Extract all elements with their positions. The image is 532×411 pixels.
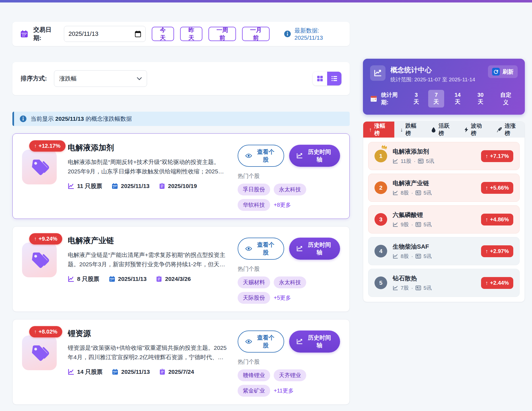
hot-stocks-tags: 赣锋锂业 天齐锂业 紫金矿业 +11更多 — [238, 369, 340, 397]
grid-icon — [317, 75, 323, 82]
period-30d-button[interactable]: 30天 — [471, 90, 490, 108]
list-view-button[interactable] — [327, 72, 341, 85]
concept-description: 电解液产业链是“产能出清尾声+需求复苏初期”的拐点型投资主题。2025年3月，新… — [68, 250, 227, 269]
concept-tile-wrap: ↑+8.02% — [22, 327, 57, 397]
ranking-tabs: ↑ 涨幅榜 ↓ 跌幅榜 活跃榜 波动榜 连涨榜 — [363, 122, 525, 138]
rank-change-badge: ↑+2.44% — [481, 277, 513, 289]
rank-item-5[interactable]: 5 钻石散热 7股 · 5讯 ↑+2.44% — [368, 269, 520, 297]
period-row: 统计周期: 3天 7天 14天 30天 自定义 — [370, 89, 518, 108]
arrow-up-icon: ↑ — [34, 236, 37, 242]
change-badge: ↑+9.24% — [29, 233, 62, 245]
stock-tag[interactable]: 孚日股份 — [238, 184, 270, 195]
concept-actions: 查看个股 历史时间轴 热门个股 孚日股份 永太科技 华软科技 +8更多 — [238, 141, 340, 211]
hot-stocks-label: 热门个股 — [238, 265, 340, 273]
arrow-up-icon: ↑ — [485, 153, 488, 159]
concept-actions: 查看个股 历史时间轴 热门个股 赣锋锂业 天齐锂业 紫金矿业 +11更多 — [238, 327, 340, 397]
arrow-up-icon: ↑ — [485, 216, 488, 223]
ranking-list: 1 电解液添加剂 11股 · 5讯 ↑+7.17% — [363, 138, 525, 302]
refresh-button[interactable]: 刷新 — [488, 65, 518, 78]
stock-tag[interactable]: 华软科技 — [238, 199, 270, 211]
stats-chart-icon — [370, 65, 386, 81]
current-display-banner: 当前显示 2025/11/13 的概念涨跌幅数据 — [12, 112, 350, 126]
concept-card[interactable]: ↑+12.17% 电解液添加剂 电解液添加剂是“周期反转+技术升级”双轮驱动的投… — [12, 133, 350, 219]
sort-select[interactable]: 涨跌幅 — [54, 70, 147, 87]
droplet-icon — [431, 127, 436, 133]
rank-news-count: 5讯 — [424, 189, 432, 197]
dot-separator: · — [411, 285, 413, 291]
grid-view-button[interactable] — [313, 72, 327, 85]
tab-volatility[interactable]: 波动榜 — [458, 122, 491, 138]
tab-gainers[interactable]: ↑ 涨幅榜 — [363, 122, 394, 138]
rank-title: 生物柴油SAF — [393, 243, 476, 251]
list-icon — [331, 75, 338, 82]
tab-losers[interactable]: ↓ 跌幅榜 — [394, 122, 425, 138]
update-date: 2025/11/13 — [112, 183, 150, 189]
trend-icon — [393, 285, 398, 291]
history-timeline-button[interactable]: 历史时间轴 — [289, 238, 340, 260]
more-stocks-link[interactable]: +8更多 — [274, 201, 291, 209]
stock-tag[interactable]: 天际股份 — [238, 292, 270, 304]
concept-tile-wrap: ↑+12.17% — [22, 141, 57, 211]
news-icon — [418, 159, 424, 163]
eye-icon — [245, 153, 252, 158]
view-stocks-button[interactable]: 查看个股 — [238, 331, 284, 353]
concept-card[interactable]: ↑+8.02% 锂资源 锂资源是“政策驱动+供给收缩”双重逻辑共振的投资主题。2… — [12, 319, 350, 405]
trend-icon — [393, 190, 398, 196]
rank-item-3[interactable]: 3 六氟磷酸锂 9股 · 5讯 ↑+4.86% — [368, 205, 520, 233]
rank-number: 3 — [374, 213, 387, 226]
more-stocks-link[interactable]: +5更多 — [274, 294, 291, 302]
concept-card[interactable]: ↑+9.24% 电解液产业链 电解液产业链是“产能出清尾声+需求复苏初期”的拐点… — [12, 226, 350, 312]
stock-tag[interactable]: 永太科技 — [274, 184, 306, 195]
stock-tag[interactable]: 永太科技 — [274, 276, 306, 288]
rank-stock-count: 8股 — [401, 253, 409, 260]
period-3d-button[interactable]: 3天 — [408, 90, 424, 108]
view-stocks-button[interactable]: 查看个股 — [238, 238, 284, 260]
stock-tag[interactable]: 天赐材料 — [238, 276, 270, 288]
view-stocks-button[interactable]: 查看个股 — [238, 145, 284, 167]
date-picker-icon[interactable] — [135, 31, 141, 37]
rank-title: 电解液产业链 — [393, 179, 476, 187]
today-button[interactable]: 今天 — [152, 27, 174, 41]
hot-stocks-tags: 孚日股份 永太科技 华软科技 +8更多 — [238, 184, 340, 211]
more-stocks-link[interactable]: +11更多 — [274, 387, 294, 394]
concept-tile — [22, 335, 57, 370]
sort-card: 排序方式: 涨跌幅 — [12, 62, 350, 95]
rank-change-badge: ↑+4.86% — [481, 214, 513, 225]
concept-tile — [22, 243, 57, 277]
rank-title: 六氟磷酸锂 — [393, 211, 476, 219]
period-custom-button[interactable]: 自定义 — [494, 89, 518, 108]
page-root: 交易日期: 2025/11/13 今天 昨天 一周前 一月前 最新数据: 202… — [0, 2, 532, 411]
stock-count: 11 只股票 — [68, 182, 102, 190]
eye-icon — [245, 339, 252, 344]
clipboard-purple-icon — [159, 369, 165, 375]
update-date: 2025/11/13 — [112, 369, 150, 375]
date-input[interactable]: 2025/11/13 — [64, 26, 146, 42]
date-value: 2025/11/13 — [69, 30, 98, 37]
stock-tag[interactable]: 赣锋锂业 — [238, 369, 270, 381]
latest-data: 最新数据: 2025/11/13 — [284, 27, 342, 41]
history-timeline-button[interactable]: 历史时间轴 — [289, 145, 340, 167]
yesterday-button[interactable]: 昨天 — [180, 27, 202, 41]
trend-icon — [393, 254, 398, 259]
month-ago-button[interactable]: 一月前 — [242, 27, 270, 41]
week-ago-button[interactable]: 一周前 — [208, 27, 236, 41]
stock-tag[interactable]: 紫金矿业 — [238, 385, 270, 397]
stock-tag[interactable]: 天齐锂业 — [274, 369, 306, 381]
sort-controls: 排序方式: 涨跌幅 — [21, 70, 147, 87]
concept-body: 电解液添加剂 电解液添加剂是“周期反转+技术升级”双轮驱动的投资主题。2025年… — [68, 141, 227, 211]
rank-stock-count: 11股 — [401, 158, 411, 165]
concept-actions: 查看个股 历史时间轴 热门个股 天赐材料 永太科技 天际股份 +5更多 — [238, 234, 340, 304]
period-14d-button[interactable]: 14天 — [448, 90, 467, 108]
rank-item-2[interactable]: 2 电解液产业链 8股 · 5讯 ↑+5.66% — [368, 174, 520, 202]
stock-count: 14 只股票 — [68, 368, 102, 376]
hot-stocks-label: 热门个股 — [238, 172, 340, 180]
tab-streak[interactable]: 连涨榜 — [491, 122, 525, 138]
rank-item-1[interactable]: 1 电解液添加剂 11股 · 5讯 ↑+7.17% — [368, 142, 520, 170]
tab-active[interactable]: 活跃榜 — [425, 122, 458, 138]
refresh-icon — [492, 68, 500, 76]
history-timeline-button[interactable]: 历史时间轴 — [289, 331, 340, 353]
rank-item-4[interactable]: 4 生物柴油SAF 8股 · 5讯 ↑+2.97% — [368, 237, 520, 265]
timeline-chart-icon — [296, 152, 303, 159]
side-column: 概念统计中心 统计范围: 2025-11-07 至 2025-11-14 刷新 … — [363, 59, 525, 302]
period-7d-button[interactable]: 7天 — [428, 90, 444, 108]
